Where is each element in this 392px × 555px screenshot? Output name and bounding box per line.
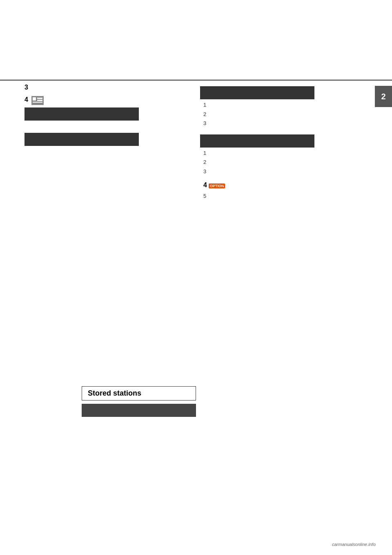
stored-stations-bar (82, 404, 196, 417)
right-item-4-label: 4 (203, 181, 207, 189)
left-item-4-label: 4 (24, 96, 28, 103)
list-detail-icon (31, 96, 44, 105)
left-column: 3 4 (24, 84, 180, 148)
right-item-5: 5 (203, 192, 355, 200)
right-item-3b: 3 (203, 168, 355, 176)
svg-rect-4 (33, 102, 42, 103)
svg-rect-1 (33, 97, 36, 101)
svg-rect-2 (37, 98, 42, 99)
page-container: 2 3 4 (0, 0, 392, 555)
left-dark-bar-2 (24, 133, 139, 146)
right-dark-bar-1 (200, 86, 314, 99)
right-item-2b: 2 (203, 158, 355, 166)
stored-stations-section: Stored stations (82, 386, 204, 417)
top-rule (0, 80, 392, 81)
right-item-3a: 3 (203, 119, 355, 128)
right-item-1b: 1 (203, 149, 355, 157)
option-badge: OPTION (209, 184, 225, 188)
left-dark-bar-1 (24, 107, 139, 121)
chapter-number: 2 (381, 92, 385, 101)
right-item-2a: 2 (203, 110, 355, 119)
right-column: 1 2 3 1 2 3 4 OPTION 5 (200, 84, 355, 201)
right-item-1a: 1 (203, 101, 355, 109)
footer-url: carmanualsonline.info (332, 542, 376, 547)
stored-stations-label: Stored stations (82, 386, 196, 401)
chapter-tab: 2 (375, 86, 392, 107)
right-dark-bar-2 (200, 134, 314, 148)
left-item-3-label: 3 (24, 84, 180, 91)
svg-rect-3 (37, 100, 42, 101)
